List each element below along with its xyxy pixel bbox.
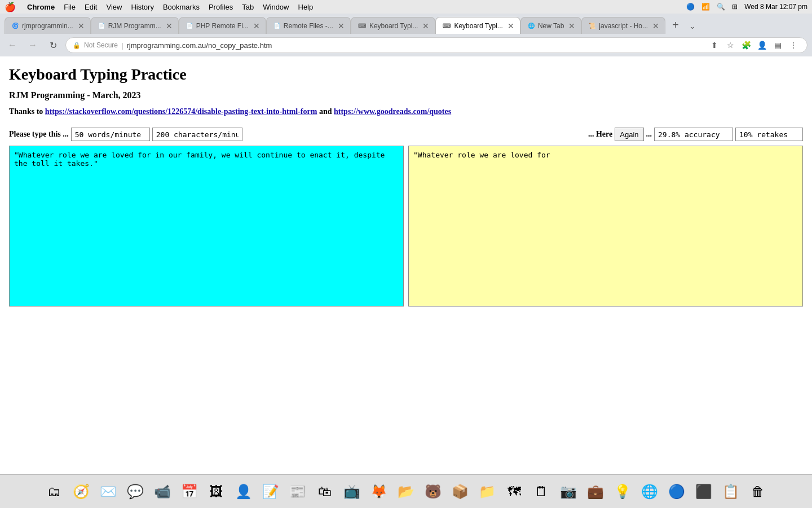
address-input-wrap[interactable]: 🔒 Not Secure | rjmprogramming.com.au/no_…: [65, 37, 807, 53]
menubar-history[interactable]: History: [131, 3, 153, 11]
tab7-close[interactable]: ✕: [567, 21, 576, 30]
search-icon[interactable]: 🔍: [717, 3, 725, 11]
idea-icon[interactable]: 💡: [610, 479, 635, 504]
tab2-label: RJM Programm...: [108, 22, 161, 30]
tab7-label: New Tab: [538, 22, 564, 30]
tab-more-button[interactable]: ⌄: [686, 19, 699, 33]
thanks-link2[interactable]: https://www.goodreads.com/quotes: [334, 107, 451, 116]
share-icon[interactable]: ⬆: [708, 38, 721, 52]
reminders-icon[interactable]: 📝: [258, 479, 283, 504]
tab6-close[interactable]: ✕: [506, 21, 515, 30]
menubar-bookmarks[interactable]: Bookmarks: [163, 3, 200, 11]
maps-icon[interactable]: 🗺: [502, 479, 527, 504]
profile-icon[interactable]: 👤: [755, 38, 769, 52]
menubar-tab[interactable]: Tab: [242, 3, 254, 11]
apps2-icon[interactable]: 📦: [448, 479, 473, 504]
address-bar: ← → ↻ 🔒 Not Secure | rjmprogramming.com.…: [0, 34, 812, 56]
tab-php-remote[interactable]: 📄 PHP Remote Fi... ✕: [179, 17, 266, 34]
source-textarea: [9, 146, 404, 306]
tab-bar: 🌀 rjmprogrammin... ✕ 📄 RJM Programm... ✕…: [0, 14, 812, 34]
bear-icon[interactable]: 🐻: [421, 479, 445, 504]
slack-icon[interactable]: 💼: [583, 479, 608, 504]
tab3-favicon: 📄: [186, 23, 193, 29]
retakes-input[interactable]: [735, 128, 803, 141]
address-text: rjmprogramming.com.au/no_copy_paste.htm: [126, 41, 704, 50]
contacts-icon[interactable]: 👤: [231, 479, 256, 504]
apple-menu[interactable]: 🍎: [5, 2, 16, 12]
dock: 🗂 🧭 ✉️ 💬 📹 📅 🖼 👤 📝 📰 🛍 📺 🦊 📂 🐻 📦 📁 🗺 🗒 📷…: [0, 474, 812, 508]
new-tab-button[interactable]: +: [668, 17, 683, 33]
practice-controls: Please type this ... ... Here Again ...: [9, 128, 803, 141]
tab-new-tab[interactable]: 🌐 New Tab ✕: [520, 17, 581, 34]
menubar-file[interactable]: File: [64, 3, 76, 11]
tab4-close[interactable]: ✕: [337, 21, 346, 30]
finder2-icon[interactable]: 📋: [718, 479, 743, 504]
menubar-window[interactable]: Window: [263, 3, 289, 11]
chars-input[interactable]: [152, 128, 242, 141]
wifi-icon[interactable]: 📶: [701, 3, 710, 11]
bookmark-icon[interactable]: ☆: [723, 38, 737, 52]
safari-icon[interactable]: 🧭: [69, 479, 94, 504]
menubar-app-name[interactable]: Chrome: [27, 3, 55, 11]
tab8-close[interactable]: ✕: [651, 21, 660, 30]
forward-button[interactable]: →: [25, 37, 41, 53]
chrome-icon[interactable]: 🌐: [637, 479, 662, 504]
photos-icon[interactable]: 🖼: [204, 479, 229, 504]
extension-icon[interactable]: 🧩: [739, 38, 753, 52]
tab1-label: rjmprogrammin...: [22, 22, 73, 30]
tab2-close[interactable]: ✕: [165, 21, 174, 30]
tab8-favicon: 📜: [589, 23, 595, 29]
again-button[interactable]: Again: [615, 128, 643, 141]
speed-input[interactable]: [71, 128, 150, 141]
menubar-edit[interactable]: Edit: [85, 3, 97, 11]
menubar-view[interactable]: View: [106, 3, 122, 11]
back-button[interactable]: ←: [5, 37, 20, 53]
tab-keyboard-typing-1[interactable]: ⌨ Keyboard Typi... ✕: [351, 17, 436, 34]
filezilla-icon[interactable]: 📂: [394, 479, 418, 504]
tab-rjm-programming[interactable]: 📄 RJM Programm... ✕: [91, 17, 179, 34]
calendar-icon[interactable]: 📅: [177, 479, 202, 504]
appstore-icon[interactable]: 🛍: [312, 479, 337, 504]
trash-icon[interactable]: 🗑: [745, 479, 770, 504]
thanks-prefix: Thanks to: [9, 107, 45, 116]
tab1-close[interactable]: ✕: [77, 21, 86, 30]
thanks-link1[interactable]: https://stackoverflow.com/questions/1226…: [45, 107, 317, 116]
address-actions: ⬆ ☆ 🧩 👤 ▤ ⋮: [708, 38, 800, 52]
typing-textarea[interactable]: [408, 146, 803, 306]
control-center-icon[interactable]: ⊞: [732, 3, 738, 11]
firefox-icon[interactable]: 🦊: [367, 479, 391, 504]
terminal-icon[interactable]: ⬛: [691, 479, 716, 504]
menubar-help[interactable]: Help: [298, 3, 314, 11]
practice-textareas: [9, 146, 803, 306]
page-content: Keyboard Typing Practice RJM Programming…: [0, 56, 812, 474]
app1-icon[interactable]: 🔵: [664, 479, 689, 504]
zoom-icon[interactable]: 📷: [556, 479, 581, 504]
menu-icon[interactable]: ⋮: [787, 38, 800, 52]
accuracy-input[interactable]: [654, 128, 733, 141]
tab5-favicon: ⌨: [358, 23, 366, 29]
sidebar-icon[interactable]: ▤: [771, 38, 784, 52]
tab6-label: Keyboard Typi...: [454, 22, 503, 30]
folder-icon[interactable]: 📁: [475, 479, 500, 504]
thanks-line: Thanks to https://stackoverflow.com/ques…: [9, 107, 803, 116]
notes-icon[interactable]: 🗒: [529, 479, 554, 504]
tab-javascript[interactable]: 📜 javascript - Ho... ✕: [581, 17, 665, 34]
itv-icon[interactable]: 📺: [339, 479, 364, 504]
tab-rjmprogrammin[interactable]: 🌀 rjmprogrammin... ✕: [5, 17, 91, 34]
tab-keyboard-typing-2[interactable]: ⌨ Keyboard Typi... ✕: [435, 17, 520, 34]
mail-icon[interactable]: ✉️: [96, 479, 121, 504]
messages-icon[interactable]: 💬: [123, 479, 148, 504]
page-title: Keyboard Typing Practice: [9, 65, 803, 84]
menubar-profiles[interactable]: Profiles: [209, 3, 233, 11]
tab5-close[interactable]: ✕: [421, 21, 430, 30]
finder-icon[interactable]: 🗂: [42, 479, 67, 504]
facetime-icon[interactable]: 📹: [150, 479, 175, 504]
ellipsis-label: ...: [646, 130, 652, 139]
news-icon[interactable]: 📰: [285, 479, 310, 504]
reload-button[interactable]: ↻: [45, 37, 61, 53]
tab1-favicon: 🌀: [12, 23, 19, 29]
tab3-close[interactable]: ✕: [252, 21, 261, 30]
bluetooth-icon[interactable]: 🔵: [686, 3, 695, 11]
tab-remote-files[interactable]: 📄 Remote Files -... ✕: [266, 17, 351, 34]
tab3-label: PHP Remote Fi...: [196, 22, 249, 30]
